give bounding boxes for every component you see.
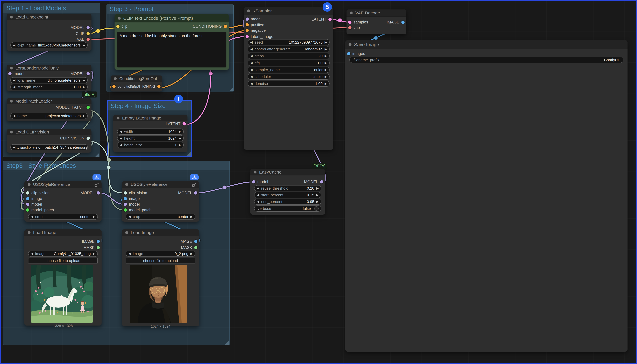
decrement-arrow[interactable]: ◀ [257, 200, 259, 204]
decrement-arrow[interactable]: ◀ [128, 252, 131, 256]
reroute-dot[interactable] [107, 166, 111, 169]
output-model[interactable]: MODEL [178, 190, 197, 196]
increment-arrow[interactable]: ▶ [83, 114, 85, 118]
decrement-arrow[interactable]: ◀ [257, 193, 259, 197]
decrement-arrow[interactable]: ◀ [13, 44, 15, 47]
widget-image-file[interactable]: ◀ image 0_2.png ▶ [126, 251, 195, 257]
widget-crop[interactable]: ◀ crop center ▶ [28, 214, 98, 220]
increment-arrow[interactable]: ▶ [325, 47, 327, 51]
output-latent[interactable]: LATENT [312, 16, 332, 22]
decrement-arrow[interactable]: ◀ [250, 47, 253, 51]
input-model[interactable]: model [252, 179, 268, 184]
wire-clip[interactable] [89, 28, 117, 34]
input-model-patch[interactable]: model_patch [26, 207, 54, 212]
widget-filename-prefix[interactable]: filename_prefix ComfyUI [349, 57, 623, 63]
widget-clip-vision-file[interactable]: ◀ … sigclip_vision_patch14_384.safetenso… [10, 144, 88, 150]
node-load-image-1[interactable]: Load Image IMAGE MASK ◀ image ComfyUI_01… [24, 229, 102, 326]
increment-arrow[interactable]: ▶ [325, 75, 327, 78]
widget-end-percent[interactable]: ◀ end_percent 0.95 ▶ [254, 198, 321, 205]
decrement-arrow[interactable]: ◀ [31, 252, 33, 256]
increment-arrow[interactable]: ▶ [316, 200, 319, 204]
output-vae[interactable]: VAE [77, 37, 90, 42]
decrement-arrow[interactable]: ◀ [250, 40, 253, 44]
decrement-arrow[interactable]: ◀ [128, 215, 131, 218]
widget-verbose-toggle[interactable]: verbose false [254, 206, 321, 212]
decrement-arrow[interactable]: ◀ [120, 143, 122, 147]
output-mask[interactable]: MASK [83, 245, 100, 250]
widget-batch-size[interactable]: ◀ batch_size 1 ▶ [117, 142, 184, 148]
decrement-arrow[interactable]: ◀ [120, 130, 122, 133]
increment-arrow[interactable]: ▶ [179, 136, 181, 140]
widget-cfg[interactable]: ◀ cfg 1.0 ▶ [248, 60, 330, 66]
node-uso-style-reference-1[interactable]: USOStyleReference clip_vision image mode… [24, 181, 102, 222]
output-model-patch[interactable]: MODEL_PATCH [56, 104, 90, 110]
node-conditioning-zero-out[interactable]: ConditioningZeroOut conditioning CONDITI… [111, 76, 162, 92]
widget-scheduler[interactable]: ◀ scheduler simple ▶ [248, 74, 330, 80]
output-mask[interactable]: MASK [181, 245, 197, 250]
reroute-dot[interactable] [96, 29, 100, 33]
input-image[interactable]: image [26, 196, 42, 201]
increment-arrow[interactable]: ▶ [316, 193, 319, 197]
choose-file-button[interactable]: choose file to upload [126, 258, 195, 264]
node-lora-loader[interactable]: LoraLoaderModelOnly model MODEL ◀ lora_n… [7, 65, 91, 91]
output-conditioning[interactable]: CONDITIONING [128, 84, 160, 89]
increment-arrow[interactable]: ▶ [325, 61, 327, 65]
output-image[interactable]: IMAGE [179, 239, 197, 244]
output-image[interactable]: IMAGE [387, 20, 404, 25]
widget-steps[interactable]: ◀ steps 20 ▶ [248, 53, 330, 59]
input-model-patch[interactable]: model_patch [124, 207, 152, 212]
widget-reuse-threshold[interactable]: ◀ reuse_threshold 0.20 ▶ [254, 185, 321, 191]
increment-arrow[interactable]: ▶ [83, 44, 85, 47]
increment-arrow[interactable]: ▶ [83, 85, 85, 89]
widget-height[interactable]: ◀ height 1024 ▶ [117, 135, 184, 141]
decrement-arrow[interactable]: ◀ [13, 114, 15, 118]
node-easycache[interactable]: EasyCache model MODEL ◀ reuse_threshold … [250, 169, 325, 215]
output-clip[interactable]: CLIP [76, 31, 90, 36]
increment-arrow[interactable]: ▶ [325, 54, 327, 58]
widget-width[interactable]: ◀ width 1024 ▶ [117, 128, 184, 135]
increment-arrow[interactable]: ▶ [325, 82, 327, 86]
output-model[interactable]: MODEL [71, 71, 90, 76]
widget-strength-model[interactable]: ◀ strength_model 1.00 ▶ [10, 84, 88, 90]
widget-image-file[interactable]: ◀ image ComfyUI_01035_.png ▶ [28, 251, 98, 257]
increment-arrow[interactable]: ▶ [190, 252, 193, 256]
decrement-arrow[interactable]: ◀ [257, 186, 259, 190]
widget-lora-name[interactable]: ◀ lora_name dit_lora.safetensors ▶ [10, 77, 88, 83]
node-model-patch-loader[interactable]: ModelPatchLoader MODEL_PATCH ◀ name proj… [7, 98, 91, 121]
decrement-arrow[interactable]: ◀ [13, 78, 15, 82]
widget-crop[interactable]: ◀ crop center ▶ [126, 214, 195, 220]
widget-control-after-generate[interactable]: ◀ control after generate randomize ▶ [248, 46, 330, 52]
increment-arrow[interactable]: ▶ [179, 143, 181, 147]
increment-arrow[interactable]: ▶ [87, 146, 88, 149]
input-negative[interactable]: negative [246, 28, 266, 33]
node-clip-text-encode[interactable]: CLIP Text Encode (Positive Prompt) clip … [115, 14, 229, 70]
widget-sampler-name[interactable]: ◀ sampler_name euler ▶ [248, 67, 330, 73]
increment-arrow[interactable]: ▶ [190, 215, 193, 218]
comfyui-canvas[interactable]: { "ui": { "arrow_left": "◀", "arrow_righ… [0, 0, 637, 364]
node-load-image-2[interactable]: Load Image IMAGE MASK ◀ image 0_2.png ▶ … [122, 229, 199, 326]
reroute-dot[interactable] [209, 72, 213, 76]
widget-seed[interactable]: ◀ seed 1052278989771675 ▶ [248, 39, 330, 45]
widget-start-percent[interactable]: ◀ start_percent 0.15 ▶ [254, 192, 321, 198]
widget-denoise[interactable]: ◀ denoise 1.00 ▶ [248, 80, 330, 87]
output-latent[interactable]: LATENT [166, 121, 186, 126]
decrement-arrow[interactable]: ◀ [120, 136, 122, 140]
input-positive[interactable]: positive [246, 22, 264, 28]
input-model[interactable]: model [246, 16, 262, 22]
decrement-arrow[interactable]: ◀ [250, 54, 253, 58]
widget-name[interactable]: ◀ name projector.safetensors ▶ [10, 113, 88, 119]
increment-arrow[interactable]: ▶ [179, 130, 181, 133]
choose-file-button[interactable]: choose file to upload [28, 258, 98, 264]
input-vae[interactable]: vae [348, 25, 360, 30]
node-uso-style-reference-2[interactable]: USOStyleReference clip_vision image mode… [122, 181, 199, 222]
output-model[interactable]: MODEL [81, 190, 100, 196]
toggle-knob[interactable] [314, 206, 319, 211]
input-samples[interactable]: samples [348, 20, 368, 25]
increment-arrow[interactable]: ▶ [325, 68, 327, 72]
increment-arrow[interactable]: ▶ [93, 252, 95, 256]
reroute-dot[interactable] [107, 158, 111, 162]
decrement-arrow[interactable]: ◀ [250, 61, 253, 65]
input-latent-image[interactable]: latent_image [246, 34, 273, 39]
increment-arrow[interactable]: ▶ [93, 215, 95, 218]
node-save-image[interactable]: Save Image images filename_prefix ComfyU… [345, 40, 627, 352]
